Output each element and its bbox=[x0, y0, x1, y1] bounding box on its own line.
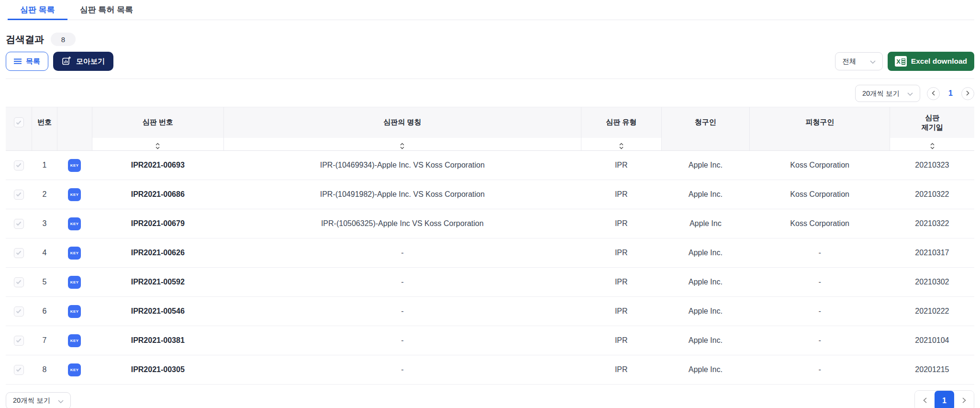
trial-type: IPR bbox=[615, 190, 628, 198]
check-icon bbox=[16, 367, 22, 372]
trial-number-link[interactable]: IPR2021-00693 bbox=[131, 161, 185, 169]
next-page-button-bottom[interactable] bbox=[954, 391, 974, 408]
check-icon bbox=[16, 250, 22, 255]
trial-number-link[interactable]: IPR2021-00546 bbox=[131, 307, 185, 315]
sort-filing-date[interactable] bbox=[890, 138, 974, 151]
excel-icon: X bbox=[895, 56, 907, 67]
table-row[interactable]: 4 KEY IPR2021-00626 - IPR Apple Inc. - 2… bbox=[6, 238, 974, 268]
row-checkbox[interactable] bbox=[14, 306, 24, 317]
trial-title: - bbox=[401, 365, 403, 374]
chevron-down-icon bbox=[58, 397, 64, 405]
table-row[interactable]: 2 KEY IPR2021-00686 IPR-(10491982)-Apple… bbox=[6, 180, 974, 209]
sort-trial-title[interactable] bbox=[223, 138, 581, 151]
row-number: 7 bbox=[42, 336, 46, 344]
claimant: Apple Inc. bbox=[689, 365, 723, 374]
table-row[interactable]: 3 KEY IPR2021-00679 IPR-(10506325)-Apple… bbox=[6, 209, 974, 238]
trial-number-link[interactable]: IPR2021-00626 bbox=[131, 249, 185, 257]
claimant: Apple Inc. bbox=[689, 278, 723, 286]
respondent: - bbox=[818, 249, 821, 257]
sort-icon bbox=[156, 143, 160, 149]
filing-date: 20210317 bbox=[915, 249, 949, 257]
trial-type: IPR bbox=[615, 161, 628, 169]
row-checkbox[interactable] bbox=[14, 219, 24, 229]
key-badge[interactable]: KEY bbox=[68, 247, 81, 260]
key-badge[interactable]: KEY bbox=[68, 276, 81, 289]
filter-select[interactable]: 전체 bbox=[835, 52, 883, 70]
chevron-down-icon bbox=[907, 90, 913, 97]
row-checkbox[interactable] bbox=[14, 336, 24, 346]
key-badge[interactable]: KEY bbox=[68, 217, 81, 230]
check-icon bbox=[16, 338, 22, 343]
chevron-right-icon bbox=[962, 397, 966, 405]
table-row[interactable]: 7 KEY IPR2021-00381 - IPR Apple Inc. - 2… bbox=[6, 326, 974, 355]
table-row[interactable]: 6 KEY IPR2021-00546 - IPR Apple Inc. - 2… bbox=[6, 297, 974, 326]
check-icon bbox=[16, 120, 22, 125]
row-checkbox[interactable] bbox=[14, 160, 24, 170]
select-all-checkbox[interactable] bbox=[14, 117, 24, 127]
excel-download-button[interactable]: X Excel download bbox=[888, 52, 974, 71]
table-row[interactable]: 5 KEY IPR2021-00592 - IPR Apple Inc. - 2… bbox=[6, 268, 974, 297]
sort-row bbox=[6, 138, 974, 151]
prev-page-button-top[interactable] bbox=[927, 87, 940, 100]
results-row: 검색결과 8 bbox=[6, 33, 974, 46]
chevron-left-icon bbox=[932, 89, 935, 98]
respondent: - bbox=[818, 365, 821, 374]
key-badge[interactable]: KEY bbox=[68, 334, 81, 347]
trial-number-link[interactable]: IPR2021-00592 bbox=[131, 278, 185, 286]
filing-date: 20210322 bbox=[915, 190, 949, 198]
key-badge[interactable]: KEY bbox=[68, 159, 81, 172]
page-size-select-top[interactable]: 20개씩 보기 bbox=[855, 85, 920, 102]
trial-results-table: 번호 심판 번호 심판의 명칭 심판 유형 청구인 피청구인 심판 제기일 bbox=[6, 107, 974, 385]
tab-trial-list[interactable]: 심판 목록 bbox=[8, 0, 67, 20]
table-row[interactable]: 1 KEY IPR2021-00693 IPR-(10469934)-Apple… bbox=[6, 151, 974, 180]
tab-trial-patent-list-label: 심판 특허 목록 bbox=[80, 4, 133, 15]
claimant: Apple Inc bbox=[690, 219, 722, 227]
check-icon bbox=[16, 309, 22, 314]
header-badge-column bbox=[57, 107, 92, 138]
check-icon bbox=[16, 221, 22, 226]
key-badge[interactable]: KEY bbox=[68, 188, 81, 201]
page-size-value-top: 20개씩 보기 bbox=[862, 89, 900, 98]
filing-date: 20210323 bbox=[915, 161, 949, 169]
toolbar: 목록 모아보기 전체 bbox=[6, 52, 974, 71]
claimant: Apple Inc. bbox=[689, 336, 723, 344]
trial-number-link[interactable]: IPR2021-00686 bbox=[131, 190, 185, 198]
table-row[interactable]: 8 KEY IPR2021-00305 - IPR Apple Inc. - 2… bbox=[6, 355, 974, 385]
current-page-bottom[interactable]: 1 bbox=[935, 391, 954, 408]
trial-number-link[interactable]: IPR2021-00381 bbox=[131, 336, 185, 344]
current-page-top[interactable]: 1 bbox=[947, 89, 955, 98]
next-page-button-top[interactable] bbox=[961, 87, 974, 100]
respondent: Koss Corporation bbox=[790, 161, 849, 169]
row-checkbox[interactable] bbox=[14, 190, 24, 200]
tab-trial-patent-list[interactable]: 심판 특허 목록 bbox=[67, 0, 145, 20]
list-view-button[interactable]: 목록 bbox=[6, 52, 48, 71]
row-checkbox[interactable] bbox=[14, 277, 24, 287]
sort-trial-type[interactable] bbox=[581, 138, 661, 151]
trial-type: IPR bbox=[615, 249, 628, 257]
key-badge[interactable]: KEY bbox=[68, 363, 81, 376]
header-trial-number: 심판 번호 bbox=[92, 107, 223, 138]
key-badge[interactable]: KEY bbox=[68, 305, 81, 318]
sort-icon bbox=[400, 143, 404, 149]
row-number: 5 bbox=[42, 278, 46, 286]
filing-date: 20210302 bbox=[915, 278, 949, 286]
section-divider bbox=[6, 79, 974, 79]
trial-title: - bbox=[401, 336, 403, 344]
page-size-select-bottom[interactable]: 20개씩 보기 bbox=[6, 392, 71, 408]
row-checkbox[interactable] bbox=[14, 365, 24, 375]
pagination: 1 bbox=[914, 390, 974, 408]
trial-number-link[interactable]: IPR2021-00305 bbox=[131, 365, 185, 374]
filing-date: 20210104 bbox=[915, 336, 949, 344]
row-checkbox[interactable] bbox=[14, 248, 24, 258]
chevron-down-icon bbox=[870, 57, 876, 65]
trial-number-link[interactable]: IPR2021-00679 bbox=[131, 219, 185, 227]
list-view-label: 목록 bbox=[26, 57, 40, 66]
sort-trial-number[interactable] bbox=[92, 138, 223, 151]
header-trial-title: 심판의 명칭 bbox=[223, 107, 581, 138]
row-number: 8 bbox=[42, 365, 46, 374]
tab-trial-list-label: 심판 목록 bbox=[20, 4, 55, 15]
collect-view-button[interactable]: 모아보기 bbox=[53, 52, 113, 71]
excel-download-label: Excel download bbox=[911, 57, 967, 66]
row-number: 1 bbox=[42, 161, 46, 169]
prev-page-button-bottom[interactable] bbox=[915, 391, 935, 408]
